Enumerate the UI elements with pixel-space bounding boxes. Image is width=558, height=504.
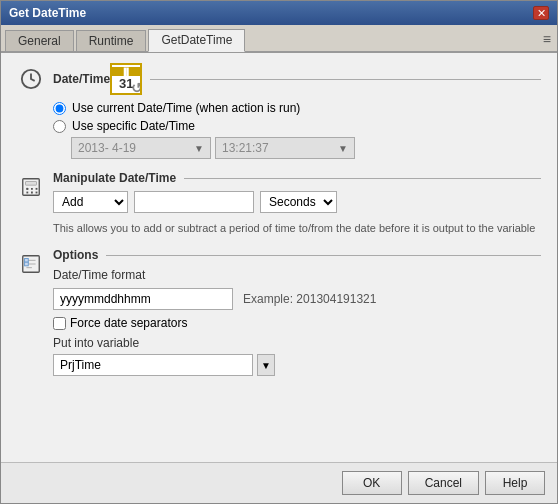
svg-rect-15 xyxy=(25,263,29,267)
datetime-header: Date/Time ▐▌ 31 ↺ xyxy=(53,63,541,95)
radio-specific-input[interactable] xyxy=(53,120,66,133)
variable-dropdown-button[interactable]: ▼ xyxy=(257,354,275,376)
content-area: Date/Time ▐▌ 31 ↺ Use current Date/Time … xyxy=(1,53,557,462)
operation-select[interactable]: Add Subtract xyxy=(53,191,128,213)
amount-input[interactable] xyxy=(134,191,254,213)
manipulate-body: Manipulate Date/Time Add Subtract Second… xyxy=(53,171,541,236)
calc-icon xyxy=(17,173,45,201)
svg-rect-14 xyxy=(25,259,29,263)
datetime-body: Date/Time ▐▌ 31 ↺ Use current Date/Time … xyxy=(53,63,541,159)
datetime-section: Date/Time ▐▌ 31 ↺ Use current Date/Time … xyxy=(17,63,541,159)
tab-bar: General Runtime GetDateTime ≡ xyxy=(1,25,557,53)
options-header: Options xyxy=(53,248,541,262)
example-text: Example: 201304191321 xyxy=(243,292,376,306)
time-field[interactable]: 13:21:37 ▼ xyxy=(215,137,355,159)
title-bar: Get DateTime ✕ xyxy=(1,1,557,25)
date-arrow-icon: ▼ xyxy=(194,143,204,154)
datetime-fields-row: 2013- 4-19 ▼ 13:21:37 ▼ xyxy=(71,137,541,159)
radio-current-input[interactable] xyxy=(53,102,66,115)
format-input[interactable] xyxy=(53,288,233,310)
svg-rect-2 xyxy=(26,182,37,186)
radio-current-datetime[interactable]: Use current Date/Time (when action is ru… xyxy=(53,101,541,115)
unit-select[interactable]: Seconds Minutes Hours Days Weeks Months … xyxy=(260,191,337,213)
close-button[interactable]: ✕ xyxy=(533,6,549,20)
footer: OK Cancel Help xyxy=(1,462,557,503)
cancel-button[interactable]: Cancel xyxy=(408,471,479,495)
manipulate-hint: This allows you to add or subtract a per… xyxy=(53,221,541,236)
tab-getdatetime[interactable]: GetDateTime xyxy=(148,29,245,52)
force-separators-checkbox[interactable] xyxy=(53,317,66,330)
format-label: Date/Time format xyxy=(53,268,541,282)
format-row: Example: 201304191321 xyxy=(53,288,541,310)
options-controls: Date/Time format Example: 201304191321 F… xyxy=(53,268,541,376)
date-field[interactable]: 2013- 4-19 ▼ xyxy=(71,137,211,159)
options-body: Options Date/Time format Example: 201304… xyxy=(53,248,541,376)
ok-button[interactable]: OK xyxy=(342,471,402,495)
manipulate-row: Add Subtract Seconds Minutes Hours Days … xyxy=(53,191,541,213)
tab-menu-icon[interactable]: ≡ xyxy=(543,31,551,47)
radio-specific-datetime[interactable]: Use specific Date/Time xyxy=(53,119,541,133)
force-separators-row[interactable]: Force date separators xyxy=(53,316,541,330)
tab-general[interactable]: General xyxy=(5,30,74,51)
main-window: Get DateTime ✕ General Runtime GetDateTi… xyxy=(0,0,558,504)
variable-row: Put into variable ▼ xyxy=(53,336,541,376)
options-section: Options Date/Time format Example: 201304… xyxy=(17,248,541,376)
time-arrow-icon: ▼ xyxy=(338,143,348,154)
variable-input[interactable] xyxy=(53,354,253,376)
variable-select-wrap: ▼ xyxy=(53,354,541,376)
manipulate-section: Manipulate Date/Time Add Subtract Second… xyxy=(17,171,541,236)
options-icon xyxy=(17,250,45,278)
help-button[interactable]: Help xyxy=(485,471,545,495)
variable-label: Put into variable xyxy=(53,336,541,350)
manipulate-header: Manipulate Date/Time xyxy=(53,171,541,185)
clock-icon xyxy=(17,65,45,93)
tab-runtime[interactable]: Runtime xyxy=(76,30,147,51)
window-title: Get DateTime xyxy=(9,6,86,20)
calendar-badge: ▐▌ 31 ↺ xyxy=(110,63,142,95)
manipulate-controls: Add Subtract Seconds Minutes Hours Days … xyxy=(53,191,541,236)
